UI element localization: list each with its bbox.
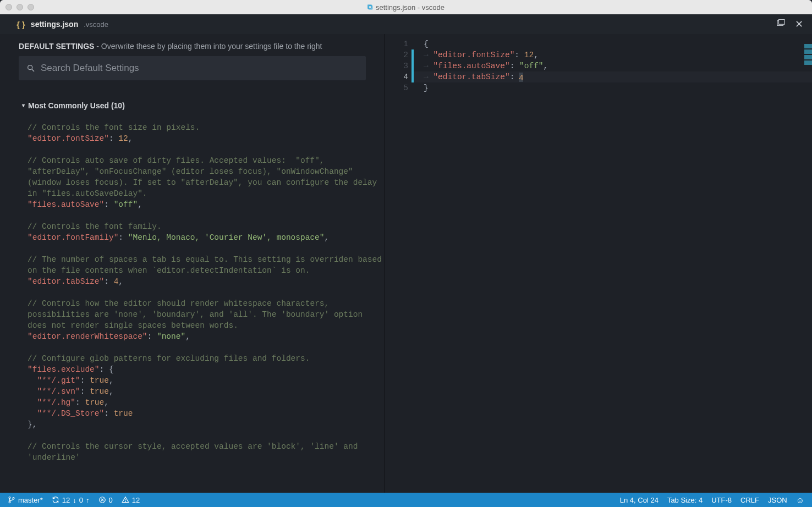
- tab-size[interactable]: Tab Size: 4: [667, 496, 703, 504]
- search-default-settings[interactable]: [19, 56, 366, 80]
- default-settings-header: DEFAULT SETTINGS - Overwrite these by pl…: [0, 34, 385, 56]
- default-settings-title: DEFAULT SETTINGS: [19, 42, 94, 51]
- tab-settings-json[interactable]: { } settings.json .vscode: [17, 20, 108, 29]
- line-number-gutter: 12345: [385, 38, 412, 493]
- split-editor-icon[interactable]: [776, 19, 785, 29]
- svg-point-6: [13, 498, 14, 499]
- feedback-icon[interactable]: ☺: [796, 495, 804, 505]
- warning-icon: [122, 496, 129, 504]
- close-tab-icon[interactable]: ✕: [795, 18, 803, 30]
- problems-warnings[interactable]: 12: [122, 496, 140, 504]
- search-input[interactable]: [41, 63, 358, 74]
- editor-tabbar: { } settings.json .vscode ✕: [0, 14, 812, 34]
- sync-incoming: 12: [62, 496, 70, 504]
- svg-point-4: [9, 497, 10, 498]
- problems-errors[interactable]: 0: [98, 496, 113, 504]
- section-title: Most Commonly Used (10): [28, 101, 125, 110]
- window-titlebar: ⧉ settings.json - vscode: [0, 0, 812, 14]
- svg-point-11: [125, 502, 125, 502]
- search-icon: [26, 64, 35, 73]
- sync-icon: [52, 496, 59, 504]
- branch-icon: [8, 496, 15, 504]
- error-icon: [98, 496, 106, 504]
- warning-count: 12: [132, 496, 140, 504]
- default-settings-subtitle: - Overwrite these by placing them into y…: [94, 42, 322, 51]
- git-sync[interactable]: 12↓ 0↑: [52, 496, 90, 504]
- window-title: ⧉ settings.json - vscode: [0, 3, 812, 12]
- cursor-position[interactable]: Ln 4, Col 24: [620, 496, 659, 504]
- sync-outgoing: 0: [79, 496, 83, 504]
- editor-content[interactable]: {→ "editor.fontSize": 12,→ "files.autoSa…: [414, 38, 812, 493]
- status-bar: master* 12↓ 0↑ 0 12 Ln 4, Col 24 Tab Siz…: [0, 493, 812, 507]
- tab-filename: settings.json: [31, 20, 78, 29]
- encoding[interactable]: UTF-8: [711, 496, 732, 504]
- arrow-down-icon: ↓: [73, 496, 76, 504]
- eol[interactable]: CRLF: [740, 496, 759, 504]
- vscode-icon: ⧉: [367, 3, 372, 12]
- svg-rect-1: [779, 19, 785, 24]
- git-branch[interactable]: master*: [8, 496, 43, 504]
- svg-point-5: [9, 502, 10, 503]
- error-count: 0: [109, 496, 113, 504]
- default-settings-code[interactable]: // Controls the font size in pixels. "ed…: [0, 113, 385, 493]
- section-most-commonly-used[interactable]: ▾ Most Commonly Used (10): [0, 86, 385, 113]
- branch-name: master*: [18, 496, 43, 504]
- svg-point-2: [28, 65, 32, 70]
- arrow-up-icon: ↑: [86, 496, 90, 504]
- tab-directory: .vscode: [84, 20, 108, 29]
- user-settings-editor[interactable]: 12345 {→ "editor.fontSize": 12,→ "files.…: [385, 34, 812, 493]
- default-settings-pane: DEFAULT SETTINGS - Overwrite these by pl…: [0, 34, 385, 493]
- chevron-down-icon: ▾: [22, 102, 25, 108]
- overview-ruler[interactable]: [804, 34, 812, 493]
- language-mode[interactable]: JSON: [768, 496, 787, 504]
- json-file-icon: { }: [17, 20, 25, 29]
- window-title-text: settings.json - vscode: [376, 3, 445, 12]
- svg-line-3: [32, 69, 34, 71]
